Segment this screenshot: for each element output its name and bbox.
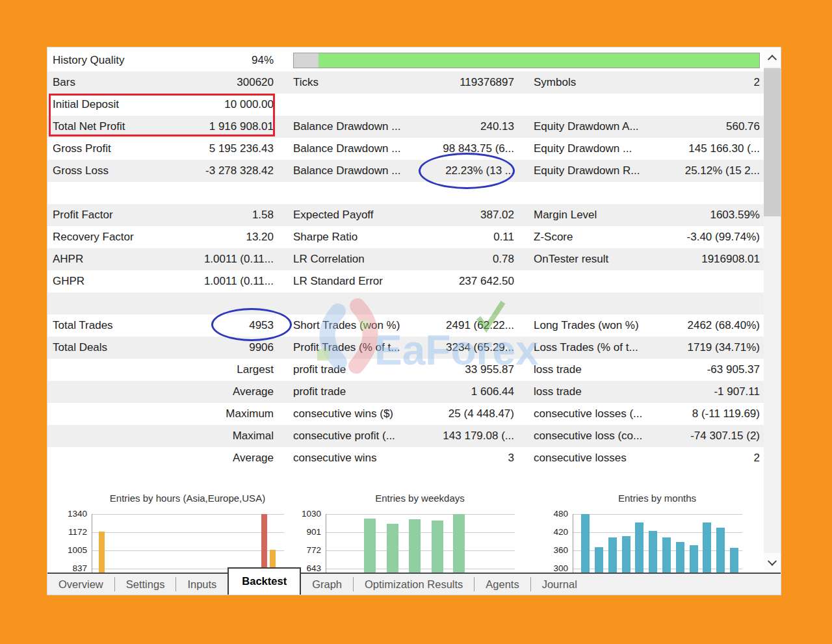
entries-by-hours-chart: Entries by hours (Asia,Europe,USA)134011… (66, 491, 283, 574)
stat-value-2 (411, 182, 514, 204)
stat-label-1: AHPR (53, 248, 164, 270)
stat-label-3: consecutive losses (534, 447, 661, 469)
chart-bar (409, 519, 421, 574)
stat-label-2: Expected Payoff (293, 204, 411, 226)
stat-value-2: 0.11 (411, 226, 514, 248)
stat-value-3 (661, 94, 760, 116)
gridline (92, 514, 284, 515)
stat-value-3 (661, 292, 760, 315)
stat-row: Maximumconsecutive wins ($)25 (4 448.47)… (47, 403, 765, 425)
stat-label-1: History Quality (53, 49, 164, 71)
tab-agents[interactable]: Agents (474, 574, 530, 595)
stat-label-2: Short Trades (won %) (293, 315, 411, 337)
stat-label-1 (53, 447, 164, 469)
tab-optimization-results[interactable]: Optimization Results (354, 574, 474, 595)
y-axis-tick-label: 360 (540, 545, 568, 556)
stat-row: Averageconsecutive wins3consecutive loss… (47, 447, 765, 469)
stat-label-1: Recovery Factor (53, 226, 164, 248)
stat-value-2: 240.13 (411, 116, 514, 138)
chart-title: Entries by months (573, 493, 742, 504)
chart-bar (364, 519, 376, 574)
entries-by-months-chart: Entries by months480420360300 (540, 491, 742, 574)
stat-value-2: 3 (411, 447, 514, 469)
gridline (326, 532, 515, 533)
gridline (92, 550, 284, 551)
chart-bar (662, 537, 671, 574)
y-axis-tick-label: 772 (293, 545, 321, 556)
chart-bar (608, 537, 617, 574)
y-axis-tick-label: 480 (540, 509, 568, 519)
stat-value-2: 33 955.87 (411, 359, 514, 381)
stat-value-3: -63 905.37 (661, 359, 760, 381)
scrollbar[interactable] (764, 49, 781, 571)
stat-value-3: 2 (661, 71, 760, 94)
stat-row: Profit Factor1.58Expected Payoff387.02Ma… (47, 204, 765, 226)
chart-bar (730, 548, 738, 574)
chart-title: Entries by weekdays (326, 493, 514, 504)
chart-bar (99, 532, 105, 574)
stat-label-3 (534, 292, 661, 315)
scrollbar-thumb[interactable] (764, 68, 781, 216)
stat-label-3: consecutive losses (... (534, 403, 661, 425)
stat-label-3: Long Trades (won %) (534, 315, 661, 337)
scroll-down-button[interactable] (764, 553, 781, 571)
tab-inputs[interactable]: Inputs (176, 574, 228, 595)
chart-bar (676, 542, 684, 574)
stat-value-3: 1719 (34.71%) (661, 337, 760, 359)
chart-bar (261, 514, 267, 574)
chart-bar (635, 522, 644, 574)
tab-settings[interactable]: Settings (115, 574, 176, 595)
stat-value-2: 387.02 (411, 204, 514, 226)
stat-value-3: -3.40 (99.74%) (661, 226, 760, 248)
stat-row: AHPR1.0011 (0.11...LR Correlation0.78OnT… (47, 248, 765, 270)
tab-graph[interactable]: Graph (301, 574, 353, 595)
scroll-up-button[interactable] (764, 49, 781, 67)
stat-label-1: Total Net Profit (53, 116, 164, 138)
tab-journal[interactable]: Journal (531, 574, 588, 595)
stat-label-2: Ticks (293, 71, 411, 94)
gridline (326, 569, 515, 569)
stat-label-1: Initial Deposit (53, 94, 164, 116)
stat-row: Initial Deposit10 000.00 (47, 94, 765, 116)
stat-value-2: 2491 (62.22... (411, 315, 514, 337)
stat-value-3: -74 307.15 (2) (661, 425, 760, 447)
stat-row: GHPR1.0011 (0.11...LR Standard Error237 … (47, 270, 765, 292)
stat-label-1: Total Deals (53, 337, 164, 359)
stat-row: History Quality94% (47, 49, 765, 71)
stat-value-1: 300620 (164, 71, 274, 94)
stat-value-1: Maximum (164, 403, 274, 425)
stat-value-1: 9906 (164, 337, 274, 359)
chart-bar (595, 547, 603, 574)
stat-value-3: 145 166.30 (... (661, 138, 760, 160)
stat-row (47, 292, 765, 315)
chart-bar (622, 536, 630, 574)
gridline (573, 514, 742, 515)
stat-value-2: 25 (4 448.47) (411, 403, 514, 425)
stat-value-1 (164, 292, 274, 315)
stat-value-3: 1916908.01 (661, 248, 760, 270)
tab-backtest[interactable]: Backtest (228, 567, 301, 595)
y-axis-tick-label: 1005 (66, 545, 87, 556)
y-axis-tick-label: 1340 (66, 509, 87, 519)
stat-value-3: 2 (661, 447, 760, 469)
stat-label-2 (293, 292, 411, 315)
stat-value-1: Average (164, 447, 274, 469)
stat-row: Averageprofit trade1 606.44loss trade-1 … (47, 381, 765, 403)
y-axis-tick-label: 901 (293, 527, 321, 537)
stat-value-2: 98 843.75 (6... (411, 138, 514, 160)
stat-label-3: consecutive loss (co... (534, 425, 661, 447)
stat-value-3: 8 (-11 119.69) (661, 403, 760, 425)
stat-label-3: Loss Trades (% of t... (534, 337, 661, 359)
tab-overview[interactable]: Overview (47, 574, 114, 595)
stat-row: Gross Loss-3 278 328.42Balance Drawdown … (47, 160, 765, 182)
stat-row: Total Trades4953Short Trades (won %)2491… (47, 315, 765, 337)
stat-label-2: Profit Trades (% of t... (293, 337, 411, 359)
gridline (326, 514, 515, 515)
stat-row: Total Deals9906Profit Trades (% of t...3… (47, 337, 765, 359)
stat-value-1: 1 916 908.01 (164, 116, 274, 138)
stat-label-1: Profit Factor (53, 204, 164, 226)
stat-value-3: 25.12% (15 2... (661, 160, 760, 182)
stat-label-3 (534, 182, 661, 204)
stat-value-2: 0.78 (411, 248, 514, 270)
y-axis-tick-label: 1030 (293, 509, 321, 519)
